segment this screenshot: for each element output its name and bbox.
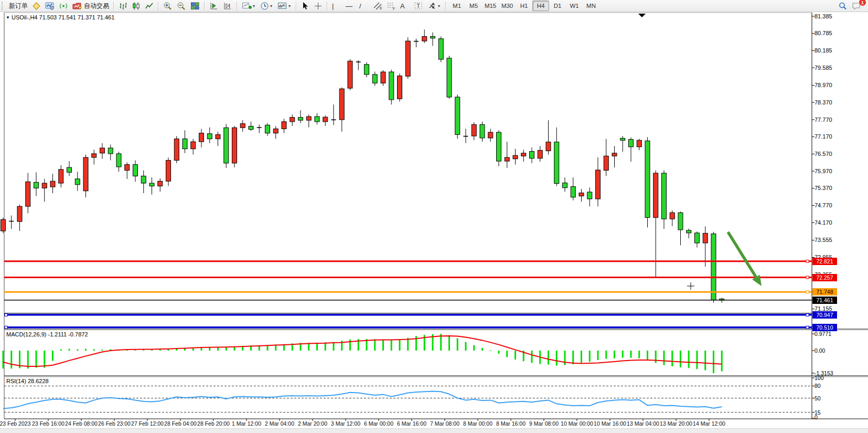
macd-histogram-bar — [333, 342, 335, 351]
macd-histogram-bar — [605, 351, 607, 359]
price-tick-label: 77.170 — [815, 133, 832, 140]
price-tick-label: 80.785 — [815, 30, 832, 36]
candle-body — [290, 118, 295, 122]
macd-histogram-bar — [10, 351, 12, 368]
price-tick-label: 81.385 — [815, 13, 832, 19]
macd-histogram-bar — [688, 351, 690, 368]
candle-body — [67, 167, 72, 172]
rsi-scale-label: 80 — [815, 383, 821, 389]
candle-body — [480, 124, 485, 138]
candle-body — [670, 213, 674, 219]
candle-body — [149, 183, 154, 186]
candle-body — [438, 39, 443, 59]
candle-body — [505, 157, 509, 161]
time-axis-label: 7 Mar 08:00 — [430, 420, 459, 427]
candle-body — [133, 165, 138, 176]
chart-title-row: ▼ USOil-,H4 71.503 71.541 71.371 71.461 — [6, 14, 114, 20]
candle-body — [199, 133, 204, 142]
candle-body — [711, 234, 716, 300]
candle-body — [224, 128, 229, 163]
chart-canvas[interactable] — [0, 0, 868, 433]
price-line-label: 70.947 — [812, 311, 837, 319]
candle-body — [620, 138, 625, 140]
macd-histogram-bar — [515, 351, 516, 360]
candle-body — [653, 173, 658, 217]
candle-body — [497, 132, 501, 161]
candle-body — [166, 160, 171, 181]
time-axis-label: 14 Mar 12:00 — [693, 420, 725, 427]
candle-body — [315, 117, 319, 122]
candle-body — [538, 150, 542, 158]
macd-histogram-bar — [135, 350, 136, 351]
rsi-label: RSI(14) 28.6228 — [6, 378, 49, 384]
macd-histogram-bar — [44, 351, 45, 368]
candle-body — [563, 183, 567, 187]
macd-histogram-bar — [498, 351, 500, 354]
macd-histogram-bar — [374, 339, 376, 351]
candle-body — [26, 182, 30, 206]
macd-histogram-bar — [638, 351, 640, 358]
price-tick-label: 75.970 — [815, 168, 832, 174]
candle-body — [629, 140, 634, 147]
candle-body — [513, 155, 518, 159]
candle-body — [339, 89, 344, 120]
hline-handle — [5, 326, 7, 329]
price-tick-label: 77.770 — [815, 117, 832, 123]
candle-body — [596, 170, 601, 199]
candle-body — [306, 117, 311, 120]
time-axis-label: 13 Mar 20:00 — [660, 420, 692, 427]
time-axis-label: 23 Feb 16:00 — [32, 420, 65, 427]
candle-body — [455, 97, 460, 134]
time-axis-label: 24 Feb 08:00 — [65, 420, 98, 427]
candle-body — [546, 142, 551, 151]
macd-histogram-bar — [506, 351, 508, 357]
macd-histogram-bar — [647, 351, 648, 361]
candle-body — [612, 153, 617, 156]
price-tick-label: 75.370 — [815, 185, 832, 191]
candle-body — [530, 152, 534, 159]
time-axis-label: 9 Mar 08:00 — [529, 420, 559, 427]
macd-histogram-bar — [597, 351, 599, 360]
price-line-label: 70.510 — [812, 324, 837, 331]
candle-body — [695, 233, 700, 243]
candle-body — [521, 153, 526, 156]
time-axis-label: 28 Feb 20:00 — [197, 420, 230, 427]
candle-body — [637, 140, 641, 147]
hline-handle — [806, 313, 809, 316]
macd-histogram-bar — [655, 351, 657, 363]
candle-body — [431, 36, 435, 38]
time-axis-label: 6 Mar 00:00 — [364, 420, 393, 427]
candle-body — [587, 192, 592, 199]
candle-body — [158, 181, 163, 186]
candle-body — [348, 61, 352, 88]
candle-body — [298, 118, 303, 120]
rsi-scale-label: 0 — [815, 414, 818, 420]
macd-histogram-bar — [531, 351, 533, 363]
macd-label: MACD(12,26,9) -1.2111 -0.7872 — [6, 331, 88, 337]
macd-histogram-bar — [704, 351, 706, 370]
candle-body — [398, 76, 402, 99]
candle-body — [183, 139, 187, 149]
candle-body — [116, 154, 121, 167]
candle-body — [141, 176, 146, 183]
hline-handle — [806, 291, 809, 293]
rsi-scale-label: 50 — [815, 395, 821, 402]
macd-histogram-bar — [614, 351, 615, 358]
candle-body — [59, 170, 63, 183]
candle-body — [554, 142, 559, 184]
macd-histogram-bar — [316, 343, 318, 351]
candle-body — [249, 126, 253, 130]
macd-histogram-bar — [457, 339, 458, 351]
macd-histogram-bar — [622, 351, 624, 358]
macd-scale-label: 0.9771 — [815, 331, 831, 337]
candle-body — [381, 72, 385, 83]
candle-body — [571, 187, 575, 197]
price-tick-label: 80.185 — [815, 47, 832, 54]
macd-histogram-bar — [663, 351, 665, 365]
time-axis-label: 28 Feb 04:00 — [164, 420, 197, 427]
macd-histogram-bar — [671, 351, 673, 366]
candle-body — [240, 124, 245, 128]
macd-histogram-bar — [572, 351, 574, 364]
chart-collapse-icon[interactable]: ▼ — [6, 15, 10, 20]
status-strip — [0, 428, 868, 433]
